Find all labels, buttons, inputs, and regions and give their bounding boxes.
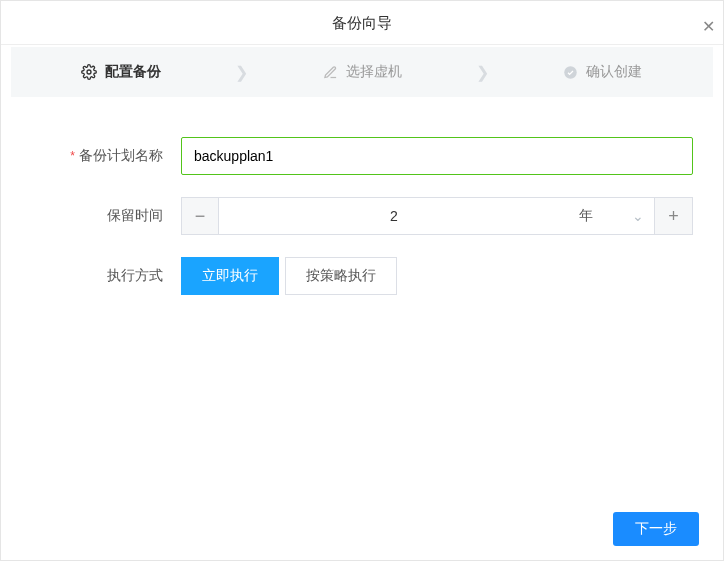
plan-name-input[interactable] (181, 137, 693, 175)
retention-unit-select[interactable]: 年 ⌄ (569, 197, 655, 235)
retention-decrement-button[interactable]: − (181, 197, 219, 235)
gear-icon (81, 64, 97, 80)
minus-icon: − (195, 206, 206, 227)
chevron-right-icon: ❯ (232, 63, 252, 82)
plus-icon: + (668, 206, 679, 227)
step-config-label: 配置备份 (105, 63, 161, 81)
label-retention: 保留时间 (31, 207, 181, 225)
retention-unit-label: 年 (579, 207, 593, 225)
dialog-footer: 下一步 (1, 498, 723, 560)
row-exec-mode: 执行方式 立即执行 按策略执行 (31, 257, 693, 295)
row-retention: 保留时间 − 2 年 ⌄ + (31, 197, 693, 235)
retention-value[interactable]: 2 (219, 197, 569, 235)
label-plan-name-text: 备份计划名称 (79, 147, 163, 163)
svg-point-1 (564, 66, 577, 79)
row-plan-name: *备份计划名称 (31, 137, 693, 175)
svg-point-0 (87, 70, 91, 74)
check-circle-icon (563, 65, 578, 80)
chevron-down-icon: ⌄ (632, 208, 644, 224)
exec-mode-policy-button[interactable]: 按策略执行 (285, 257, 397, 295)
next-button[interactable]: 下一步 (613, 512, 699, 546)
step-select-vm-label: 选择虚机 (346, 63, 402, 81)
exec-mode-group: 立即执行 按策略执行 (181, 257, 397, 295)
required-mark: * (70, 149, 75, 163)
dialog-header: 备份向导 ✕ (1, 1, 723, 45)
retention-stepper: − 2 年 ⌄ + (181, 197, 693, 235)
step-select-vm[interactable]: 选择虚机 (252, 47, 473, 97)
exec-mode-now-button[interactable]: 立即执行 (181, 257, 279, 295)
close-icon[interactable]: ✕ (702, 5, 715, 49)
retention-increment-button[interactable]: + (655, 197, 693, 235)
dialog-title: 备份向导 (332, 14, 392, 31)
form: *备份计划名称 保留时间 − 2 年 ⌄ + (1, 97, 723, 498)
label-exec-mode: 执行方式 (31, 267, 181, 285)
chevron-right-icon: ❯ (472, 63, 492, 82)
step-config[interactable]: 配置备份 (11, 47, 232, 97)
wizard-steps: 配置备份 ❯ 选择虚机 ❯ 确认创建 (11, 47, 713, 97)
edit-icon (323, 65, 338, 80)
step-confirm-label: 确认创建 (586, 63, 642, 81)
step-confirm[interactable]: 确认创建 (492, 47, 713, 97)
label-plan-name: *备份计划名称 (31, 147, 181, 165)
dialog: 备份向导 ✕ 配置备份 ❯ 选择虚机 ❯ 确认创建 *备份计划名称 (0, 0, 724, 561)
